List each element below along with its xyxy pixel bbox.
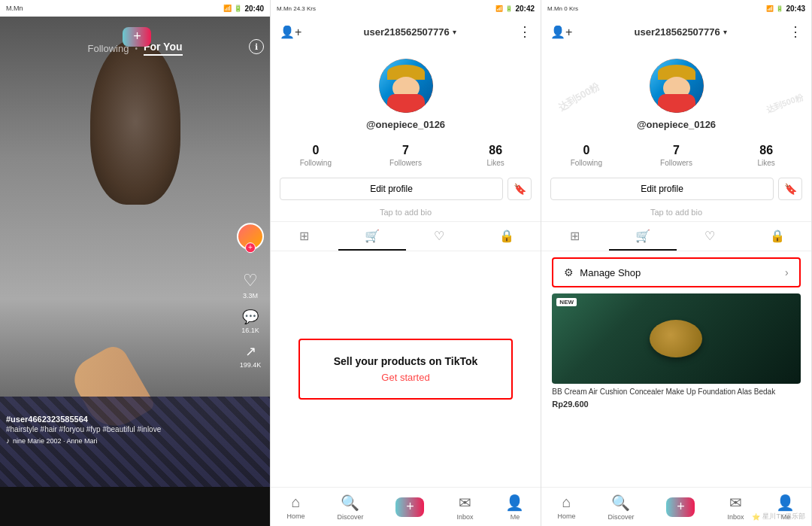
nav-following[interactable]: Following [87, 43, 129, 54]
manage-shop-left: ⚙ Manage Shop [564, 266, 641, 278]
discover-icon-3: 🔍 [611, 494, 630, 512]
comment-count: 16.1K [241, 327, 259, 334]
avatar-container-2: @onepiece_0126 [271, 47, 541, 136]
battery-icon-2: 🔋 [505, 5, 513, 12]
edit-profile-button-2[interactable]: Edit profile [280, 178, 503, 200]
me-icon-2: 👤 [505, 494, 524, 512]
nav-discover-2[interactable]: 🔍 Discover [337, 494, 363, 521]
avatar-container-3: @onepiece_0126 [541, 47, 811, 136]
time-2: 20:42 [515, 5, 535, 13]
product-title: BB Cream Air Cushion Concealer Make Up F… [552, 387, 800, 397]
username-row-3: user218562507776 ▾ [635, 26, 727, 38]
add-user-icon-2[interactable]: 👤+ [280, 25, 301, 39]
avatar-shirt [387, 94, 425, 113]
video-background[interactable]: Following • For You ℹ + ♡ 3.3M 💬 16.1K ↗… [0, 17, 270, 487]
new-badge: NEW [556, 298, 577, 306]
tab-private-3[interactable]: 🔒 [744, 222, 811, 251]
share-button[interactable]: ↗ 199.4K [240, 343, 262, 369]
me-label-2: Me [511, 513, 520, 521]
profile-header-2: 👤+ user218562507776 ▾ ⋮ [271, 17, 541, 47]
create-button-3[interactable]: + [666, 497, 695, 517]
home-icon-2: ⌂ [291, 494, 300, 511]
nav-home-3[interactable]: ⌂ Home [557, 494, 575, 520]
bio-3[interactable]: Tap to add bio [541, 203, 811, 221]
wifi-icon-2: 📶 [495, 5, 503, 12]
creator-avatar: + [237, 223, 264, 250]
status-time: 20:40 [244, 5, 264, 13]
following-num-3: 0 [583, 144, 589, 157]
manage-shop-box[interactable]: ⚙ Manage Shop › [552, 257, 800, 287]
get-started-link[interactable]: Get started [323, 372, 489, 383]
discover-label-3: Discover [607, 513, 634, 521]
tab-shop-3[interactable]: 🛒 [609, 222, 677, 251]
battery-icon: 🔋 [234, 5, 242, 12]
avatar-image-3 [650, 59, 704, 113]
product-price: Rp29.600 [552, 400, 800, 409]
status-bar-3: M.Mn 0 Krs 📶 🔋 20:43 [541, 0, 811, 17]
username-text-2[interactable]: user218562507776 [364, 26, 450, 38]
bio-2[interactable]: Tap to add bio [271, 203, 541, 221]
tab-liked-2[interactable]: ♡ [406, 222, 474, 251]
bookmark-button-2[interactable]: 🔖 [508, 178, 532, 200]
heart-icon: ♡ [243, 271, 258, 290]
info-icon[interactable]: ℹ [249, 39, 264, 54]
chevron-down-icon-3: ▾ [723, 28, 727, 36]
share-count: 199.4K [240, 361, 262, 369]
caption-tags: #hairstyle #hair #foryou #fyp #beautiful… [6, 425, 232, 433]
avatar-image-2 [379, 59, 433, 113]
nav-create-3[interactable]: + [666, 497, 695, 517]
add-user-icon-3[interactable]: 👤+ [550, 25, 572, 39]
share-icon: ↗ [245, 343, 256, 360]
home-label-2: Home [286, 512, 304, 520]
like-button[interactable]: ♡ 3.3M [243, 271, 258, 299]
tab-liked-3[interactable]: ♡ [677, 222, 744, 251]
footer-text: 星川TK俱乐部 [762, 512, 805, 521]
likes-num-3: 86 [759, 144, 773, 157]
profile-avatar-2 [379, 59, 433, 113]
more-icon-2[interactable]: ⋮ [518, 23, 532, 40]
tab-grid-2[interactable]: ⊞ [271, 222, 338, 251]
nav-me-2[interactable]: 👤 Me [505, 494, 524, 521]
nav-inbox-3[interactable]: ✉ Inbox [727, 494, 744, 521]
nav-discover-3[interactable]: 🔍 Discover [607, 494, 634, 521]
edit-profile-button-3[interactable]: Edit profile [550, 178, 774, 200]
chevron-right-icon: › [785, 266, 789, 278]
tab-icons-row-3: ⊞ 🛒 ♡ 🔒 [541, 221, 811, 251]
stats-row-2: 0 Following 7 Followers 86 Likes [271, 136, 541, 175]
likes-num-2: 86 [489, 144, 502, 157]
profile-handle-3: @onepiece_0126 [637, 119, 716, 130]
inbox-icon-2: ✉ [459, 494, 471, 512]
status-left-3: M.Mn 0 Krs [547, 5, 578, 12]
create-button-2[interactable]: + [395, 497, 424, 517]
username-row-2: user218562507776 ▾ [364, 26, 456, 38]
username-text-3[interactable]: user218562507776 [635, 26, 720, 38]
more-icon-3[interactable]: ⋮ [789, 23, 802, 40]
panel-profile-2: M.Mn 24.3 Krs 📶 🔋 20:42 👤+ user218562507… [271, 0, 541, 526]
stat-likes-2: 86 Likes [450, 144, 541, 167]
home-icon-3: ⌂ [562, 494, 571, 511]
inbox-icon-3: ✉ [729, 494, 742, 512]
inbox-label-3: Inbox [727, 513, 744, 521]
bottom-nav-2: ⌂ Home 🔍 Discover + ✉ Inbox 👤 Me [271, 487, 541, 526]
comment-button[interactable]: 💬 16.1K [241, 309, 259, 334]
status-bar-2: M.Mn 24.3 Krs 📶 🔋 20:42 [271, 0, 541, 17]
caption-username: #user4662323585564 [6, 415, 232, 424]
avatar-action[interactable]: + [237, 223, 264, 250]
status-left: M.Mn [6, 5, 23, 12]
product-card[interactable]: NEW BB Cream Air Cushion Concealer Make … [552, 293, 800, 409]
nav-inbox-2[interactable]: ✉ Inbox [456, 494, 473, 521]
bookmark-button-3[interactable]: 🔖 [778, 178, 802, 200]
following-label-3: Following [571, 159, 602, 167]
signal-icon: 📶 [223, 5, 232, 12]
tab-shop-2[interactable]: 🛒 [338, 222, 406, 251]
profile-handle-2: @onepiece_0126 [366, 119, 445, 130]
nav-create-2[interactable]: + [395, 497, 424, 517]
tab-private-2[interactable]: 🔒 [473, 222, 541, 251]
nav-home-2[interactable]: ⌂ Home [286, 494, 304, 520]
sell-products-box: Sell your products on TikTok Get started [298, 339, 513, 400]
tab-grid-3[interactable]: ⊞ [541, 222, 609, 251]
create-button[interactable]: + [123, 27, 151, 47]
nav-create-1[interactable]: + [123, 27, 151, 47]
product-cushion-visual [650, 320, 702, 357]
followers-num-3: 7 [673, 144, 680, 157]
